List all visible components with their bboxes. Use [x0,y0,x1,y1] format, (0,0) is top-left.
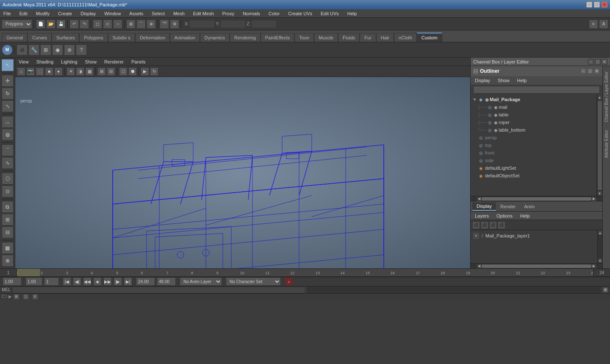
open-btn[interactable]: 📂 [46,19,55,29]
pb-auto-key-btn[interactable]: ● [285,277,293,286]
menu-normals[interactable]: Normals [241,10,262,17]
anim-end2-input[interactable] [157,277,176,286]
tab-surfaces[interactable]: Surfaces [52,33,79,42]
menu-edit-mesh[interactable]: Edit Mesh [191,10,216,17]
pb-stop-btn[interactable]: ■ [93,277,102,286]
snap-grid-btn[interactable]: ⊞ [126,19,136,29]
range-input[interactable] [44,277,59,286]
menu-create[interactable]: Create [56,10,74,17]
viewport-menu-view[interactable]: View [17,58,30,65]
pb-go-end-btn[interactable]: ▶| [124,277,132,286]
vp-cam-btn[interactable]: 📷 [26,67,35,76]
vp-persp-btn[interactable]: ⬢ [128,67,137,76]
menu-color[interactable]: Color [267,10,281,17]
minimize-button[interactable]: − [586,2,592,8]
tab-toon[interactable]: Toon [294,33,314,42]
layer-new-btn[interactable]: ⬛ [472,221,480,229]
rotate-tool-btn[interactable]: ↻ [2,88,14,99]
redo-btn[interactable]: ↷ [80,19,89,29]
vp-shadow-btn[interactable]: ◑ [76,67,84,76]
viewport-menu-panels[interactable]: Panels [130,58,147,65]
vp-loop-btn[interactable]: ↻ [150,67,158,76]
tab-deformation[interactable]: Deformation [135,33,170,42]
menu-select[interactable]: Select [150,10,166,17]
character-set-dropdown[interactable]: No Character Set [226,277,281,286]
close-button[interactable]: ✕ [602,2,607,8]
anim-layer-dropdown[interactable]: No Anim Layer [180,277,222,286]
select-tool-btn[interactable]: ↖ [2,59,14,71]
menu-modify[interactable]: Modify [34,10,51,17]
paint-btn[interactable]: ○ [113,19,122,29]
menu-help[interactable]: Help [346,10,359,17]
layer-tab-anim[interactable]: Anim [520,203,539,210]
vp-smooth-btn[interactable]: ● [54,67,63,76]
pb-step-back-btn[interactable]: ◀| [73,277,81,286]
viewport-menu-lighting[interactable]: Lighting [59,58,79,65]
layer-item-mail-package[interactable]: V / Mail_Package_layer1 [471,231,597,240]
snap-point-btn[interactable]: ⊕ [147,19,156,29]
shelf-btn-5[interactable]: ⊛ [64,44,75,55]
soft-sel-btn[interactable]: ⊙ [2,185,14,197]
layer-btn-3[interactable]: ⊟ [2,226,14,238]
menu-edit[interactable]: Edit [18,10,29,17]
outliner-menu-show[interactable]: Show [496,77,511,84]
tab-curves[interactable]: Curves [28,33,52,42]
layer-tab-display[interactable]: Display [472,202,496,211]
coord-x-input[interactable] [189,20,215,28]
layer-delete-btn[interactable]: ⬛ [498,221,505,229]
outliner-min-btn[interactable]: − [580,68,586,74]
status-icon-1[interactable]: ⊞ [14,294,19,300]
lasso-btn[interactable]: ⊂ [103,19,112,29]
menu-file[interactable]: File [2,10,13,17]
outliner-close-btn[interactable]: ✕ [594,68,600,74]
outliner-item-side[interactable]: ◎ side [471,157,596,164]
layer-hscroll-left[interactable]: ◀ [477,264,482,269]
tab-polygons[interactable]: Polygons [79,33,108,42]
lasso-tool-btn[interactable]: ⌓ [2,116,14,128]
layer-menu-help[interactable]: Help [518,212,532,219]
current-frame-input[interactable] [3,277,22,286]
status-icon-2[interactable]: □ [23,294,29,300]
tab-muscle[interactable]: Muscle [314,33,338,42]
snap-curve-btn[interactable]: ⌒ [136,19,146,29]
show-manip-btn[interactable]: ⊕ [2,255,14,267]
tab-ncloth[interactable]: nCloth [394,33,417,42]
paint-sel-tool-btn[interactable]: ◍ [2,129,14,141]
outliner-item-persp[interactable]: ◎ persp [471,134,596,141]
layer-vis-toggle[interactable]: V [473,233,479,239]
pb-go-start-btn[interactable]: |◀ [63,277,71,286]
render-btn[interactable]: 🎬 [160,19,169,29]
ep-curve-tool-btn[interactable]: ∿ [2,157,14,169]
outliner-scroll-down[interactable]: ▼ [597,191,602,196]
vp-hud-btn[interactable]: ⊟ [107,67,115,76]
undo-btn[interactable]: ↶ [69,19,79,29]
maximize-button[interactable]: □ [594,2,600,8]
channelbox-minimize-btn[interactable]: − [588,59,594,65]
layer-hscroll-right[interactable]: ▶ [591,264,596,269]
channel-box-btn[interactable]: ≡ [589,19,598,29]
outliner-item-lightset[interactable]: ◉ defaultLightSet [471,164,596,172]
layer-btn-2[interactable]: ⊞ [2,214,14,226]
vp-grid-btn[interactable]: ⊞ [97,67,106,76]
cmd-script-editor-btn[interactable]: ⊞ [602,287,608,293]
tab-fur[interactable]: Fur [360,33,376,42]
anim-end-input[interactable] [136,277,155,286]
outliner-menu-help[interactable]: Help [516,77,529,84]
vp-texture-btn[interactable]: ▦ [85,67,94,76]
render-settings-btn[interactable]: ⚙ [170,19,179,29]
command-input[interactable] [12,287,306,293]
channelbox-side-tab[interactable]: Channel Box / Layer Editor [603,68,610,126]
tab-fluids[interactable]: Fluids [338,33,360,42]
outliner-item-lable[interactable]: ├── ◎ ◉ lable [471,111,596,119]
tab-custom[interactable]: Custom [417,33,442,42]
outliner-item-mail-package[interactable]: ▼ ◈ ◉ Mail_Package [471,96,596,103]
tab-hair[interactable]: Hair [376,33,394,42]
status-icon-3[interactable]: ✕ [32,294,38,300]
menu-proxy[interactable]: Proxy [221,10,236,17]
outliner-hscroll-thumb[interactable] [482,197,591,201]
outliner-scroll-up[interactable]: ▲ [597,95,602,100]
new-scene-btn[interactable]: 📄 [36,19,45,29]
viewport-menu-renderer[interactable]: Renderer [103,58,125,65]
poly-tool-btn[interactable]: ⬡ [2,173,14,185]
menu-mesh[interactable]: Mesh [172,10,186,17]
